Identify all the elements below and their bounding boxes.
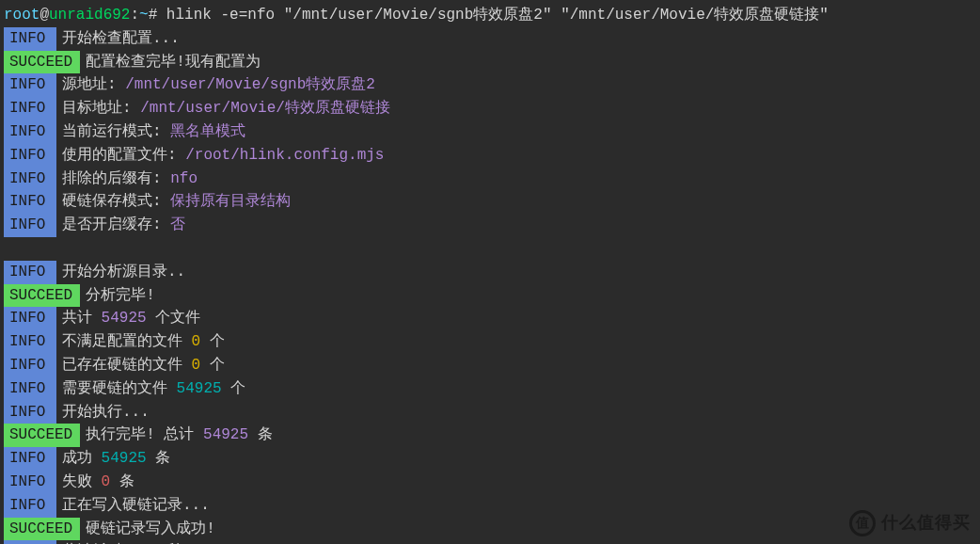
log-part: 失败 [62, 473, 102, 490]
log-part: 54925 [102, 450, 147, 467]
log-line: INFO源地址: /mnt/user/Movie/sgnb特效原盘2 [4, 73, 976, 97]
prompt-at: @ [40, 7, 49, 24]
log-line: INFO开始分析源目录.. [4, 261, 976, 284]
log-content: 当前运行模式: 黑名单模式 [62, 120, 245, 144]
log-line: INFO是否开启缓存: 否 [4, 214, 976, 237]
log-tag-info: INFO [4, 307, 56, 330]
log-part: 已存在硬链的文件 [62, 357, 192, 374]
log-line: INFO共计耗时 539 秒 [4, 540, 976, 544]
log-part: /root/hlink.config.mjs [185, 147, 384, 164]
log-line: INFO目标地址: /mnt/user/Movie/特效原盘硬链接 [4, 97, 976, 120]
log-tag-succeed: SUCCEED [4, 51, 80, 74]
log-line: INFO当前运行模式: 黑名单模式 [4, 120, 976, 144]
log-part: 共计 [62, 310, 102, 327]
log-part: 执行完毕! 总计 [86, 426, 203, 443]
log-content: 共计耗时 539 秒 [62, 540, 182, 544]
empty-line [4, 237, 976, 261]
log-part: 条 [110, 473, 134, 490]
log-line: INFO已存在硬链的文件 0 个 [4, 354, 976, 377]
command-text[interactable]: hlink -e=nfo "/mnt/user/Movie/sgnb特效原盘2"… [157, 7, 829, 24]
log-tag-info: INFO [4, 144, 56, 168]
watermark: 值 什么值得买 [849, 510, 971, 536]
log-content: 排除的后缀有: nfo [62, 168, 198, 191]
log-tag-info: INFO [4, 330, 56, 354]
shell-prompt-line: root@unraid692:~# hlink -e=nfo "/mnt/use… [4, 4, 976, 27]
log-line: INFO共计 54925 个文件 [4, 307, 976, 330]
log-part: 分析完毕! [86, 287, 155, 304]
log-part: 个 [200, 357, 225, 374]
log-line: SUCCEED 硬链记录写入成功! [4, 518, 976, 541]
log-part: 0 [102, 473, 111, 490]
log-tag-succeed: SUCCEED [4, 424, 80, 447]
log-content: 执行完毕! 总计 54925 条 [86, 424, 272, 447]
log-part: 不满足配置的文件 [62, 333, 192, 350]
log-part: nfo [170, 170, 198, 187]
log-content: 硬链保存模式: 保持原有目录结构 [62, 190, 291, 214]
log-content: 共计 54925 个文件 [62, 307, 200, 330]
log-part: 开始检查配置... [62, 30, 180, 47]
log-content: 是否开启缓存: 否 [62, 214, 185, 237]
log-content: 配置检查完毕!现有配置为 [86, 51, 261, 74]
log-part: 当前运行模式: [62, 123, 170, 140]
log-tag-info: INFO [4, 73, 56, 97]
log-part: 条 [248, 426, 273, 443]
log-tag-info: INFO [4, 97, 56, 120]
log-tag-info: INFO [4, 471, 56, 494]
log-line: INFO使用的配置文件: /root/hlink.config.mjs [4, 144, 976, 168]
log-line: SUCCEED 执行完毕! 总计 54925 条 [4, 424, 976, 447]
log-part: 54925 [203, 426, 248, 443]
log-line: SUCCEED 分析完毕! [4, 284, 976, 308]
log-content: 开始分析源目录.. [62, 261, 185, 284]
log-content: 开始检查配置... [62, 27, 180, 51]
log-line: INFO 失败 0 条 [4, 471, 976, 494]
log-part: 硬链记录写入成功! [86, 520, 215, 537]
log-line: INFO硬链保存模式: 保持原有目录结构 [4, 190, 976, 214]
log-part: 使用的配置文件: [62, 147, 185, 164]
log-part: 个 [222, 380, 246, 397]
log-content: 需要硬链的文件 54925 个 [62, 377, 245, 401]
log-content: 使用的配置文件: /root/hlink.config.mjs [62, 144, 384, 168]
log-line: INFO不满足配置的文件 0 个 [4, 330, 976, 354]
log-content: 分析完毕! [86, 284, 155, 308]
log-part: 54925 [102, 310, 147, 327]
log-part: 否 [170, 216, 185, 233]
log-part: 配置检查完毕!现有配置为 [86, 54, 261, 71]
log-part: 黑名单模式 [170, 123, 245, 140]
log-tag-info: INFO [4, 27, 56, 51]
log-tag-info: INFO [4, 214, 56, 237]
log-part: 条 [147, 450, 171, 467]
log-content: 不满足配置的文件 0 个 [62, 330, 225, 354]
log-line: INFO开始检查配置... [4, 27, 976, 51]
watermark-badge: 值 [849, 510, 876, 536]
log-line: INFO 成功 54925 条 [4, 447, 976, 471]
prompt-host: unraid692 [49, 7, 130, 24]
prompt-hash: # [149, 7, 158, 24]
log-tag-info: INFO [4, 354, 56, 377]
log-part: 源地址: [62, 76, 125, 93]
log-tag-info: INFO [4, 168, 56, 191]
terminal-output: INFO开始检查配置...SUCCEED 配置检查完毕!现有配置为INFO源地址… [4, 27, 976, 544]
log-tag-info: INFO [4, 494, 56, 518]
log-tag-info: INFO [4, 261, 56, 284]
log-content: 失败 0 条 [62, 471, 134, 494]
log-part: 目标地址: [62, 100, 140, 117]
log-part: /mnt/user/Movie/特效原盘硬链接 [140, 100, 390, 117]
log-part: 开始执行... [62, 404, 150, 421]
log-part: 个文件 [147, 310, 201, 327]
log-part: 是否开启缓存: [62, 216, 170, 233]
log-part: 54925 [177, 380, 222, 397]
log-line: SUCCEED 配置检查完毕!现有配置为 [4, 51, 976, 74]
log-tag-info: INFO [4, 447, 56, 471]
log-tag-info: INFO [4, 120, 56, 144]
log-part: 成功 [62, 450, 102, 467]
log-tag-info: INFO [4, 190, 56, 214]
log-tag-info: INFO [4, 377, 56, 401]
log-content: 硬链记录写入成功! [86, 518, 215, 541]
watermark-text: 什么值得买 [881, 510, 971, 536]
log-line: INFO正在写入硬链记录... [4, 494, 976, 518]
log-content: 源地址: /mnt/user/Movie/sgnb特效原盘2 [62, 73, 375, 97]
prompt-user: root [4, 7, 40, 24]
log-content: 开始执行... [62, 401, 150, 424]
log-part: 个 [200, 333, 225, 350]
log-tag-succeed: SUCCEED [4, 284, 80, 308]
